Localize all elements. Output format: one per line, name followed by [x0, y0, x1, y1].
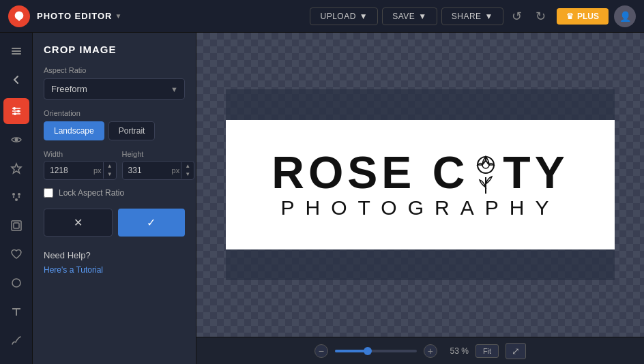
svg-point-15 [18, 196, 19, 198]
svg-rect-1 [12, 50, 21, 52]
height-decrement-button[interactable]: ▼ [181, 170, 194, 179]
expand-button[interactable]: ⤢ [506, 343, 526, 359]
confirm-icon: ✓ [147, 216, 156, 229]
width-input[interactable] [44, 162, 92, 179]
save-arrow-icon: ▼ [418, 12, 426, 21]
aspect-ratio-label: Aspect Ratio [44, 66, 185, 74]
expand-icon: ⤢ [512, 346, 520, 357]
frame-button[interactable] [3, 213, 29, 239]
adjustments-button[interactable] [3, 98, 29, 124]
logo-ty: TY [503, 150, 568, 195]
height-unit: px [171, 166, 181, 175]
svg-point-9 [14, 138, 18, 142]
eye-button[interactable] [3, 127, 29, 153]
action-row: ✕ ✓ [44, 209, 185, 237]
fit-button[interactable]: Fit [475, 344, 499, 358]
help-section: Need Help? Here's a Tutorial [44, 250, 185, 275]
avatar-icon: 👤 [619, 11, 631, 22]
help-title: Need Help? [44, 250, 185, 260]
aspect-ratio-select[interactable]: Freeform [44, 78, 185, 100]
cancel-icon: ✕ [74, 216, 83, 229]
dimensions-row: Width px ▲ ▼ Height px ▲ ▼ [44, 150, 185, 180]
avatar[interactable]: 👤 [614, 5, 636, 27]
app-name: PHOTO EDITOR [37, 11, 112, 21]
height-group: Height px ▲ ▼ [122, 150, 195, 180]
landscape-button[interactable]: Landscape [44, 121, 104, 140]
orientation-group: Landscape Portrait [44, 121, 185, 140]
lock-row: Lock Aspect Ratio [44, 188, 185, 198]
svg-marker-10 [12, 164, 21, 173]
width-stepper: ▲ ▼ [103, 162, 116, 179]
svg-point-14 [12, 196, 14, 198]
app-name-arrow[interactable]: ▼ [115, 12, 121, 20]
height-label: Height [122, 150, 195, 158]
topbar: PHOTO EDITOR ▼ UPLOAD ▼ SAVE ▼ SHARE ▼ ↺… [0, 0, 644, 33]
aspect-ratio-select-wrapper: Freeform ▼ [44, 78, 185, 100]
star-button[interactable] [3, 155, 29, 181]
lock-aspect-label: Lock Aspect Ratio [59, 188, 124, 198]
lock-aspect-checkbox[interactable] [44, 188, 53, 198]
upload-button[interactable]: UPLOAD ▼ [310, 7, 378, 25]
help-link[interactable]: Here's a Tutorial [44, 265, 103, 275]
svg-rect-17 [14, 223, 19, 228]
height-input-wrapper: px ▲ ▼ [122, 161, 195, 180]
main-area: CROP IMAGE Aspect Ratio Freeform ▼ Orien… [0, 33, 644, 364]
width-unit: px [92, 166, 103, 175]
app-logo[interactable] [8, 5, 30, 27]
width-increment-button[interactable]: ▲ [104, 162, 116, 170]
canvas-content: ROSE C [196, 33, 644, 337]
plus-button[interactable]: ♛ PLUS [557, 8, 609, 25]
zoom-out-button[interactable]: − [314, 344, 328, 358]
panel-title: CROP IMAGE [44, 44, 185, 55]
height-input[interactable] [123, 162, 171, 179]
width-decrement-button[interactable]: ▼ [104, 170, 116, 179]
height-stepper: ▲ ▼ [181, 162, 194, 179]
svg-rect-2 [12, 53, 21, 55]
heart-button[interactable] [3, 241, 29, 267]
upload-arrow-icon: ▼ [360, 12, 368, 21]
back-button[interactable] [3, 67, 29, 93]
svg-point-13 [15, 198, 18, 201]
zoom-slider-thumb [364, 347, 372, 355]
zoom-in-button[interactable]: + [424, 344, 437, 358]
svg-point-6 [17, 110, 20, 112]
svg-rect-0 [12, 48, 21, 49]
text-button[interactable] [3, 299, 29, 324]
brush-button[interactable] [3, 327, 29, 353]
icon-sidebar [0, 33, 33, 364]
shape-button[interactable] [3, 270, 29, 296]
svg-point-11 [12, 193, 15, 196]
portrait-button[interactable]: Portrait [108, 121, 156, 140]
logo-rose-c: ROSE C [272, 150, 469, 195]
canvas-area: ROSE C [196, 33, 644, 364]
height-increment-button[interactable]: ▲ [181, 162, 194, 170]
orientation-label: Orientation [44, 109, 185, 117]
svg-point-18 [12, 279, 20, 287]
redo-button[interactable]: ↻ [530, 6, 551, 27]
share-button[interactable]: SHARE ▼ [441, 7, 503, 25]
svg-point-4 [13, 107, 16, 110]
bottom-bar: − + 53 % Fit ⤢ [196, 337, 644, 364]
layers-button[interactable] [3, 38, 29, 64]
confirm-button[interactable]: ✓ [118, 209, 186, 237]
svg-point-21 [482, 162, 489, 168]
crown-icon: ♛ [566, 12, 574, 21]
width-group: Width px ▲ ▼ [44, 150, 117, 180]
zoom-slider-fill [335, 350, 368, 352]
svg-rect-16 [12, 221, 21, 230]
effects-button[interactable] [3, 184, 29, 210]
zoom-slider-track[interactable] [335, 350, 417, 352]
width-input-wrapper: px ▲ ▼ [44, 161, 117, 180]
zoom-percent: 53 % [444, 346, 469, 356]
share-arrow-icon: ▼ [485, 12, 493, 21]
rose-icon [469, 150, 503, 195]
crop-panel: CROP IMAGE Aspect Ratio Freeform ▼ Orien… [33, 33, 196, 364]
cancel-button[interactable]: ✕ [44, 209, 113, 237]
undo-button[interactable]: ↺ [506, 6, 527, 27]
svg-point-12 [18, 193, 20, 196]
width-label: Width [44, 150, 117, 158]
logo-photography: PHOTOGRAPHY [281, 196, 560, 219]
save-button[interactable]: SAVE ▼ [382, 7, 437, 25]
svg-point-8 [14, 112, 16, 115]
